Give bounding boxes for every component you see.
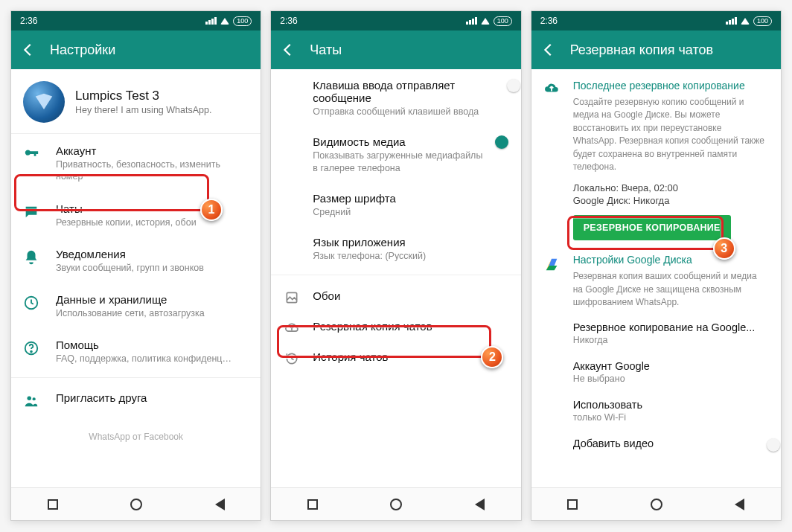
wifi-icon xyxy=(741,18,750,25)
nav-recents-icon[interactable] xyxy=(307,499,318,510)
nav-home-icon[interactable] xyxy=(651,499,662,510)
screen-title: Резервная копия чатов xyxy=(570,42,713,58)
setting-enter-sends[interactable]: Клавиша ввода отправляет сообщение Отпра… xyxy=(271,69,520,126)
nav-recents-icon[interactable] xyxy=(48,499,58,510)
row-backup-frequency[interactable]: Резервное копирование на Google... Никог… xyxy=(531,314,781,353)
row-include-video[interactable]: Добавить видео xyxy=(531,430,781,457)
avatar xyxy=(23,81,65,123)
signal-icon xyxy=(466,17,477,25)
android-navbar xyxy=(11,487,261,520)
cloud-upload-icon xyxy=(543,80,560,96)
chat-icon xyxy=(23,204,41,220)
item-sub: Средний xyxy=(313,206,396,218)
nav-home-icon[interactable] xyxy=(130,499,142,510)
settings-item-help[interactable]: Помощь FAQ, поддержка, политика конфиден… xyxy=(11,328,261,374)
android-navbar xyxy=(531,487,781,520)
battery-icon: 100 xyxy=(753,16,772,26)
item-title: Размер шрифта xyxy=(313,192,396,205)
screen-title: Настройки xyxy=(50,42,115,58)
status-time: 2:36 xyxy=(280,16,297,26)
nav-back-icon[interactable] xyxy=(215,499,225,510)
back-icon[interactable] xyxy=(280,42,296,58)
row-history[interactable]: История чатов xyxy=(271,341,520,371)
back-icon[interactable] xyxy=(20,42,36,58)
data-icon xyxy=(23,295,41,311)
nav-back-icon[interactable] xyxy=(475,499,485,510)
divider xyxy=(271,275,520,275)
google-drive-icon xyxy=(543,257,560,273)
profile-status: Hey there! I am using WhatsApp. xyxy=(75,105,211,115)
screenshot-settings: 2:36 100 Настройки Lumpics Test 3 Hey th… xyxy=(10,10,261,521)
bell-icon xyxy=(23,249,41,266)
setting-font-size[interactable]: Размер шрифта Средний xyxy=(271,182,520,226)
svg-rect-5 xyxy=(287,293,297,303)
item-title: История чатов xyxy=(313,350,388,363)
app-bar: Чаты xyxy=(271,31,520,69)
chats-content: Клавиша ввода отправляет сообщение Отпра… xyxy=(271,69,520,487)
battery-icon: 100 xyxy=(233,16,252,26)
svg-point-4 xyxy=(33,397,36,400)
invite-icon xyxy=(23,393,41,409)
row-backup-over[interactable]: Использовать только Wi-Fi xyxy=(531,391,781,430)
backup-content: Последнее резервное копирование Создайте… xyxy=(531,69,781,487)
status-right: 100 xyxy=(205,16,252,26)
item-sub: Язык телефона: (Русский) xyxy=(313,250,426,262)
screen-title: Чаты xyxy=(310,42,342,58)
battery-icon: 100 xyxy=(494,16,512,26)
status-bar: 2:36 100 xyxy=(271,11,520,31)
signal-icon xyxy=(726,17,737,25)
app-bar: Настройки xyxy=(11,31,261,69)
signal-icon xyxy=(205,17,217,25)
item-sub: Отправка сообщений клавишей ввода xyxy=(313,106,484,118)
setting-media-visibility[interactable]: Видимость медиа Показывать загруженные м… xyxy=(271,126,520,182)
app-bar: Резервная копия чатов xyxy=(531,31,781,69)
item-title: Аккаунт xyxy=(56,144,249,157)
row-wallpaper[interactable]: Обои xyxy=(271,280,520,310)
android-navbar xyxy=(271,487,520,520)
item-sub: Никогда xyxy=(573,335,767,345)
divider xyxy=(11,377,261,378)
item-title: Использовать xyxy=(573,399,767,411)
item-title: Уведомления xyxy=(56,248,204,260)
last-backup-heading: Последнее резервное копирование xyxy=(573,80,767,92)
cloud-upload-icon xyxy=(284,321,299,336)
history-icon xyxy=(284,351,299,366)
setting-app-language[interactable]: Язык приложения Язык телефона: (Русский) xyxy=(271,226,520,270)
item-sub: FAQ, поддержка, политика конфиденциальн.… xyxy=(56,353,234,365)
back-icon[interactable] xyxy=(540,42,557,58)
key-icon xyxy=(23,146,41,162)
item-sub: Звуки сообщений, групп и звонков xyxy=(56,262,204,274)
last-backup-block: Последнее резервное копирование Создайте… xyxy=(531,69,781,246)
item-sub: Показывать загруженные медиафайлы в гале… xyxy=(313,150,484,174)
help-icon xyxy=(23,340,41,356)
item-title: Резервная копия чатов xyxy=(313,320,432,333)
item-title: Резервное копирование на Google... xyxy=(573,321,767,333)
item-title: Аккаунт Google xyxy=(573,360,767,372)
screenshot-chats: 2:36 100 Чаты Клавиша ввода отправляет с… xyxy=(270,10,521,521)
settings-content: Lumpics Test 3 Hey there! I am using Wha… xyxy=(11,69,261,487)
item-title: Язык приложения xyxy=(313,236,426,249)
nav-recents-icon[interactable] xyxy=(567,499,578,510)
settings-item-invite[interactable]: Пригласить друга xyxy=(11,381,261,418)
local-backup-info: Локально: Вчера, 02:00 xyxy=(573,182,767,193)
gdrive-settings-block: Настройки Google Диска Резервная копия в… xyxy=(531,246,781,313)
gdrive-backup-info: Google Диск: Никогда xyxy=(573,195,767,206)
settings-item-chats[interactable]: Чаты Резервные копии, история, обои xyxy=(11,192,261,237)
wifi-icon xyxy=(220,18,229,25)
nav-home-icon[interactable] xyxy=(390,499,402,510)
settings-item-data[interactable]: Данные и хранилище Использование сети, а… xyxy=(11,283,261,328)
item-sub: только Wi-Fi xyxy=(573,412,767,423)
item-title: Пригласить друга xyxy=(56,391,147,404)
item-sub: Резервные копии, история, обои xyxy=(56,217,197,228)
screenshot-backup: 2:36 100 Резервная копия чатов Последнее… xyxy=(531,10,782,521)
row-backup[interactable]: Резервная копия чатов xyxy=(271,310,520,341)
profile-row[interactable]: Lumpics Test 3 Hey there! I am using Wha… xyxy=(11,69,261,134)
row-google-account[interactable]: Аккаунт Google Не выбрано xyxy=(531,353,781,391)
item-title: Видимость медиа xyxy=(313,135,484,148)
backup-now-button[interactable]: РЕЗЕРВНОЕ КОПИРОВАНИЕ xyxy=(573,215,731,240)
settings-item-account[interactable]: Аккаунт Приватность, безопасность, измен… xyxy=(11,134,261,192)
settings-item-notifications[interactable]: Уведомления Звуки сообщений, групп и зво… xyxy=(11,237,261,283)
nav-back-icon[interactable] xyxy=(735,499,744,510)
wallpaper-icon xyxy=(284,290,299,305)
item-sub: Не выбрано xyxy=(573,374,767,384)
